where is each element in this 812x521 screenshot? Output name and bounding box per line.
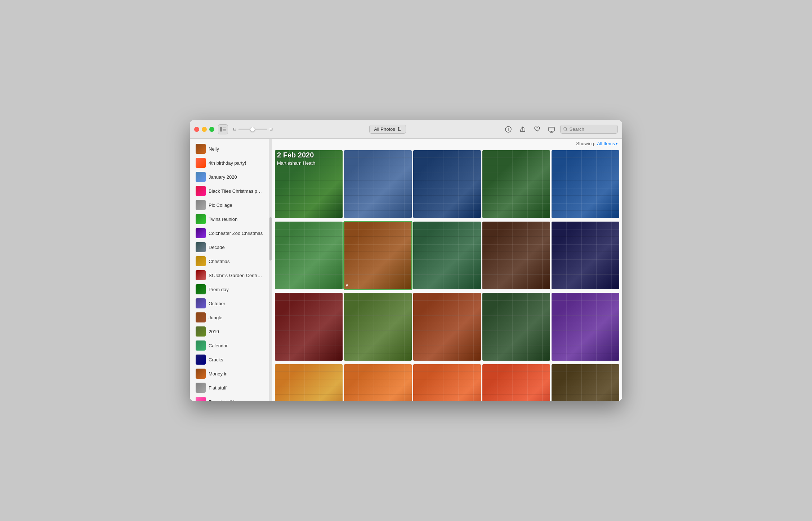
- photo-grid-section: 2 Feb 2020Martlesham Heath♥1:300:16: [272, 148, 622, 401]
- zoom-out-icon: ⊟: [233, 127, 236, 132]
- photo-cell-p9[interactable]: [482, 222, 550, 289]
- sidebar-label-twins-reunion: Twins reunion: [209, 217, 237, 222]
- sidebar-item-colchester-zoo[interactable]: Colchester Zoo Christmas: [191, 226, 267, 240]
- titlebar: ⊟ ⊞ All Photos ⇅ i: [190, 120, 622, 139]
- sidebar-thumb-nelly: [196, 144, 206, 154]
- sidebar-item-4th-birthday[interactable]: 4th birthday party!: [191, 156, 267, 170]
- showing-chevron[interactable]: ▾: [616, 141, 618, 146]
- svg-rect-1: [223, 128, 226, 128]
- sidebar-item-january-2020[interactable]: January 2020: [191, 170, 267, 184]
- showing-value: All Items: [597, 141, 615, 146]
- zoom-thumb[interactable]: [250, 127, 255, 132]
- sidebar-label-decade: Decade: [209, 245, 225, 250]
- sidebar-item-prem-day[interactable]: Prem day: [191, 282, 267, 296]
- photo-cell-p2[interactable]: [344, 150, 412, 218]
- sidebar-item-black-tiles[interactable]: Black Tiles Christmas part...: [191, 184, 267, 198]
- photo-cell-p18[interactable]: 1:30: [413, 364, 481, 401]
- sidebar-label-christmas: Christmas: [209, 259, 230, 264]
- sidebar-thumb-calendar: [196, 340, 206, 351]
- search-box[interactable]: [560, 125, 618, 134]
- svg-text:i: i: [508, 128, 509, 132]
- photo-cell-p19[interactable]: 0:16: [482, 364, 550, 401]
- photo-row-row3: [273, 291, 621, 362]
- sidebar-item-christmas[interactable]: Christmas: [191, 254, 267, 268]
- photo-cell-p20[interactable]: [552, 364, 619, 401]
- sidebar-label-st-johns: St John's Garden Centre C...: [209, 273, 263, 278]
- info-button[interactable]: i: [503, 124, 514, 135]
- info-icon: i: [505, 126, 512, 133]
- slideshow-button[interactable]: [546, 124, 557, 135]
- photo-cell-p17[interactable]: [344, 364, 412, 401]
- photo-cell-p14[interactable]: [482, 293, 550, 361]
- slideshow-icon: [548, 126, 555, 133]
- heart-icon-p7: ♥: [345, 283, 348, 288]
- sidebar-item-jungle[interactable]: Jungle: [191, 311, 267, 324]
- sidebar-label-pic-collage: Pic Collage: [209, 202, 232, 208]
- zoom-slider-group: ⊟ ⊞: [233, 127, 273, 132]
- close-button[interactable]: [194, 127, 199, 132]
- view-dropdown[interactable]: All Photos ⇅: [369, 125, 406, 134]
- photo-cell-p8[interactable]: [413, 222, 481, 289]
- search-icon: [563, 127, 567, 132]
- photo-area: Showing: All Items ▾ 2 Feb 2020Martlesha…: [272, 139, 622, 401]
- sidebar-label-prem-day: Prem day: [209, 287, 229, 292]
- sidebar-thumb-twins-reunion: [196, 214, 206, 224]
- sidebar-item-calendar[interactable]: Calendar: [191, 339, 267, 352]
- sidebar-thumb-cracks: [196, 355, 206, 365]
- photo-cell-p13[interactable]: [413, 293, 481, 361]
- sidebar-label-calendar: Calendar: [209, 343, 228, 348]
- photo-cell-p3[interactable]: [413, 150, 481, 218]
- sidebar-item-st-johns[interactable]: St John's Garden Centre C...: [191, 268, 267, 282]
- svg-rect-3: [223, 130, 226, 131]
- sidebar-item-twins-reunion[interactable]: Twins reunion: [191, 212, 267, 226]
- sidebar-label-cracks: Cracks: [209, 357, 223, 362]
- sidebar-label-january-2020: January 2020: [209, 174, 237, 180]
- sidebar-label-nelly: Nelly: [209, 146, 219, 152]
- sidebar-label-4th-birthday: 4th birthday party!: [209, 160, 246, 166]
- photo-cell-p4[interactable]: [482, 150, 550, 218]
- showing-strip: Showing: All Items ▾: [272, 139, 622, 148]
- zoom-in-icon: ⊞: [269, 127, 273, 132]
- sidebar-label-jungle: Jungle: [209, 315, 222, 320]
- sidebar-item-french-holiday[interactable]: French holiday: [191, 395, 267, 401]
- sidebar-item-decade[interactable]: Decade: [191, 240, 267, 254]
- minimize-button[interactable]: [202, 127, 207, 132]
- photo-cell-p5[interactable]: [552, 150, 619, 218]
- photo-cell-p10[interactable]: [552, 222, 619, 289]
- photo-cell-p11[interactable]: [275, 293, 343, 361]
- sidebar-item-cracks[interactable]: Cracks: [191, 353, 267, 366]
- titlebar-center: All Photos ⇅: [276, 125, 499, 134]
- view-dropdown-label: All Photos: [374, 126, 395, 132]
- sidebar-label-black-tiles: Black Tiles Christmas part...: [209, 188, 263, 194]
- traffic-lights: [194, 127, 214, 132]
- search-input[interactable]: [569, 126, 615, 132]
- photo-cell-p12[interactable]: [344, 293, 412, 361]
- zoom-slider[interactable]: [238, 129, 267, 130]
- photo-cell-p7[interactable]: ♥: [344, 222, 412, 289]
- photo-cell-p1[interactable]: [275, 150, 343, 218]
- photo-row-row1: 2 Feb 2020Martlesham Heath: [273, 149, 621, 219]
- maximize-button[interactable]: [209, 127, 214, 132]
- photo-cell-p6[interactable]: [275, 222, 343, 289]
- sidebar: Nelly4th birthday party!January 2020Blac…: [190, 139, 269, 401]
- sidebar-item-nelly[interactable]: Nelly: [191, 142, 267, 156]
- sidebar-scroll-thumb[interactable]: [269, 217, 272, 260]
- photos-app-window: ⊟ ⊞ All Photos ⇅ i: [190, 120, 622, 401]
- photo-row-row2: ♥: [273, 220, 621, 291]
- photo-cell-p16[interactable]: [275, 364, 343, 401]
- favorites-button[interactable]: [531, 124, 543, 135]
- share-icon: [519, 126, 526, 133]
- sidebar-item-money-in[interactable]: Money in: [191, 367, 267, 380]
- photo-cell-p15[interactable]: [552, 293, 619, 361]
- sidebar-thumb-christmas: [196, 256, 206, 266]
- sidebar-icon: [220, 127, 226, 132]
- sidebar-item-2019[interactable]: 2019: [191, 325, 267, 338]
- sidebar-item-october[interactable]: October: [191, 297, 267, 310]
- share-button[interactable]: [517, 124, 528, 135]
- sidebar-toggle-button[interactable]: [218, 124, 228, 134]
- sidebar-thumb-pic-collage: [196, 200, 206, 210]
- sidebar-item-pic-collage[interactable]: Pic Collage: [191, 198, 267, 212]
- sidebar-item-flat-stuff[interactable]: Flat stuff: [191, 381, 267, 395]
- svg-rect-0: [220, 127, 222, 132]
- sidebar-scrollbar[interactable]: [269, 139, 272, 401]
